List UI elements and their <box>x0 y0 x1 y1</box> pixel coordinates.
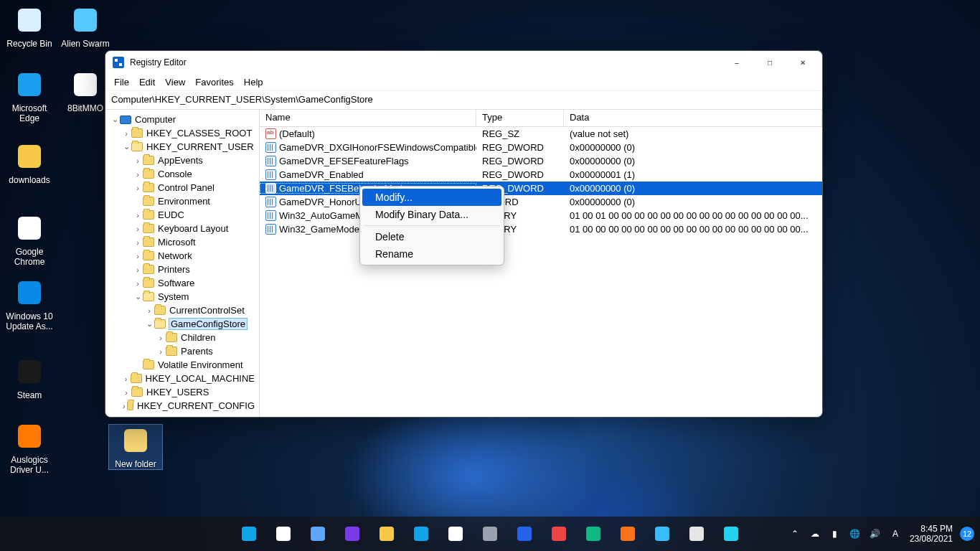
taskbar-brave-icon[interactable] <box>613 519 642 548</box>
expand-twisty[interactable]: › <box>121 375 131 383</box>
expand-twisty[interactable]: › <box>144 306 154 315</box>
tree-item[interactable]: ›HKEY_CLASSES_ROOT <box>105 126 259 140</box>
tree-item[interactable]: ⌄System <box>105 290 259 303</box>
context-menu-item[interactable]: Modify... <box>362 189 501 206</box>
maximize-button[interactable]: □ <box>753 51 786 74</box>
tree-item[interactable]: ›Keyboard Layout <box>105 222 259 235</box>
tree-item[interactable]: ›Software <box>105 276 259 290</box>
taskbar-word-icon[interactable] <box>510 519 539 548</box>
list-row[interactable]: (Default)REG_SZ(value not set) <box>260 127 822 141</box>
tree-item[interactable]: ›Printers <box>105 263 259 276</box>
taskbar-alien-swarm-icon[interactable] <box>648 519 677 548</box>
menu-view[interactable]: View <box>165 77 185 88</box>
expand-twisty[interactable]: › <box>156 334 166 342</box>
tree-item[interactable]: ›EUDC <box>105 208 259 222</box>
expand-twisty[interactable]: › <box>121 388 131 397</box>
tree-item[interactable]: ⌄GameConfigStore <box>105 317 259 331</box>
expand-twisty[interactable]: › <box>133 252 143 260</box>
expand-twisty[interactable]: › <box>133 265 143 274</box>
expand-twisty[interactable]: › <box>133 225 143 233</box>
list-row[interactable]: Win32_GameModeReBINARY01 00 00 00 00 00 … <box>260 222 822 236</box>
menu-favorites[interactable]: Favorites <box>195 77 233 88</box>
taskbar-chrome-icon[interactable] <box>545 519 573 548</box>
taskbar-file-explorer-icon[interactable] <box>372 519 401 548</box>
expand-twisty[interactable]: ⌄ <box>110 115 120 124</box>
tray-chevron-up-icon[interactable]: ⌃ <box>788 527 802 541</box>
context-menu-item[interactable]: Modify Binary Data... <box>362 206 501 223</box>
taskbar-app-icon[interactable] <box>717 519 745 548</box>
desktop-icon-downloads[interactable]: downloads <box>3 141 56 185</box>
list-row[interactable]: GameDVR_FSEBehaviorModeREG_DWORD0x000000… <box>260 182 822 195</box>
tree-item[interactable]: ›Control Panel <box>105 181 259 194</box>
tree-item[interactable]: ⌄HKEY_CURRENT_USER <box>105 140 259 154</box>
column-name[interactable]: Name <box>260 110 476 126</box>
taskbar-task-view-icon[interactable] <box>303 519 332 548</box>
tree-item[interactable]: ›Network <box>105 249 259 263</box>
desktop-icon-auslogics-driver-updater[interactable]: Auslogics Driver U... <box>3 420 56 475</box>
expand-twisty[interactable]: ⌄ <box>121 142 131 151</box>
taskbar-security-icon[interactable] <box>579 519 608 548</box>
taskbar-settings-icon[interactable] <box>476 519 504 548</box>
expand-twisty[interactable]: › <box>133 170 143 179</box>
tray-network-icon[interactable]: 🌐 <box>848 527 862 541</box>
expand-twisty[interactable]: › <box>133 279 143 288</box>
menu-file[interactable]: File <box>114 77 129 88</box>
taskbar-search-icon[interactable] <box>269 519 298 548</box>
desktop-icon-new-folder[interactable]: New folder <box>109 425 162 469</box>
context-menu-item[interactable]: Rename <box>362 245 501 263</box>
taskbar-steam-icon[interactable] <box>682 519 711 548</box>
tray-ime-icon[interactable]: A <box>888 527 903 541</box>
tree-item[interactable]: ›HKEY_LOCAL_MACHINE <box>105 372 259 385</box>
expand-twisty[interactable]: › <box>121 129 131 138</box>
taskbar-edge-icon[interactable] <box>407 519 435 548</box>
desktop-icon-microsoft-edge[interactable]: Microsoft Edge <box>3 69 56 123</box>
tree-item[interactable]: ›Parents <box>105 344 259 358</box>
tree-item[interactable]: ⌄Computer <box>105 113 259 126</box>
tree-item[interactable]: ›Microsoft <box>105 235 259 249</box>
column-type[interactable]: Type <box>476 110 564 126</box>
expand-twisty[interactable]: ⌄ <box>144 319 154 329</box>
tray-onedrive-icon[interactable]: ☁ <box>808 527 822 541</box>
list-row[interactable]: GameDVR_DXGIHonorFSEWindowsCompatibleREG… <box>260 141 822 154</box>
menu-help[interactable]: Help <box>244 77 263 88</box>
tree-item[interactable]: Environment <box>105 194 259 208</box>
expand-twisty[interactable]: › <box>121 402 127 410</box>
desktop-icon-8bitmmo[interactable]: 8BitMMO <box>59 69 112 113</box>
taskbar-chat-icon[interactable] <box>338 519 367 548</box>
tray-battery-icon[interactable]: ▮ <box>828 527 842 541</box>
tree-item[interactable]: ›CurrentControlSet <box>105 303 259 317</box>
titlebar[interactable]: Registry Editor – □ ✕ <box>105 51 822 74</box>
desktop-icon-google-chrome[interactable]: Google Chrome <box>3 212 56 267</box>
tray-volume-icon[interactable]: 🔊 <box>868 527 882 541</box>
desktop-icon-windows10-update-assistant[interactable]: Windows 10 Update As... <box>3 277 56 331</box>
taskbar-microsoft-store-icon[interactable] <box>441 519 470 548</box>
taskbar-start-icon[interactable] <box>235 519 263 548</box>
expand-twisty[interactable]: › <box>133 211 143 220</box>
tree-item[interactable]: ›HKEY_USERS <box>105 385 259 399</box>
minimize-button[interactable]: – <box>720 51 753 74</box>
context-menu-item[interactable]: Delete <box>362 228 501 245</box>
tree-pane[interactable]: ⌄Computer›HKEY_CLASSES_ROOT⌄HKEY_CURRENT… <box>105 110 260 417</box>
clock[interactable]: 8:45 PM 23/08/2021 <box>910 524 953 544</box>
tree-item[interactable]: ›Children <box>105 331 259 344</box>
tree-item[interactable]: ›HKEY_CURRENT_CONFIG <box>105 399 259 413</box>
desktop-icon-alien-swarm[interactable]: Alien Swarm <box>59 4 112 49</box>
expand-twisty[interactable]: ⌄ <box>133 292 143 301</box>
expand-twisty[interactable]: › <box>133 184 143 192</box>
address-bar[interactable]: Computer\HKEY_CURRENT_USER\System\GameCo… <box>105 91 822 110</box>
list-header[interactable]: Name Type Data <box>260 110 822 127</box>
expand-twisty[interactable]: › <box>133 156 143 165</box>
list-row[interactable]: Win32_AutoGameMoBINARY01 00 01 00 00 00 … <box>260 209 822 222</box>
expand-twisty[interactable]: › <box>156 347 166 356</box>
desktop-icon-steam[interactable]: Steam <box>3 356 56 400</box>
column-data[interactable]: Data <box>564 110 822 126</box>
list-row[interactable]: GameDVR_HonorUserDWORD0x00000000 (0) <box>260 195 822 209</box>
expand-twisty[interactable]: › <box>133 238 143 247</box>
list-row[interactable]: GameDVR_EnabledREG_DWORD0x00000001 (1) <box>260 168 822 182</box>
list-row[interactable]: GameDVR_EFSEFeatureFlagsREG_DWORD0x00000… <box>260 154 822 168</box>
tree-item[interactable]: Volatile Environment <box>105 358 259 372</box>
menu-edit[interactable]: Edit <box>139 77 155 88</box>
close-button[interactable]: ✕ <box>786 51 819 74</box>
desktop-icon-recycle-bin[interactable]: Recycle Bin <box>3 4 56 49</box>
tree-item[interactable]: ›AppEvents <box>105 154 259 167</box>
